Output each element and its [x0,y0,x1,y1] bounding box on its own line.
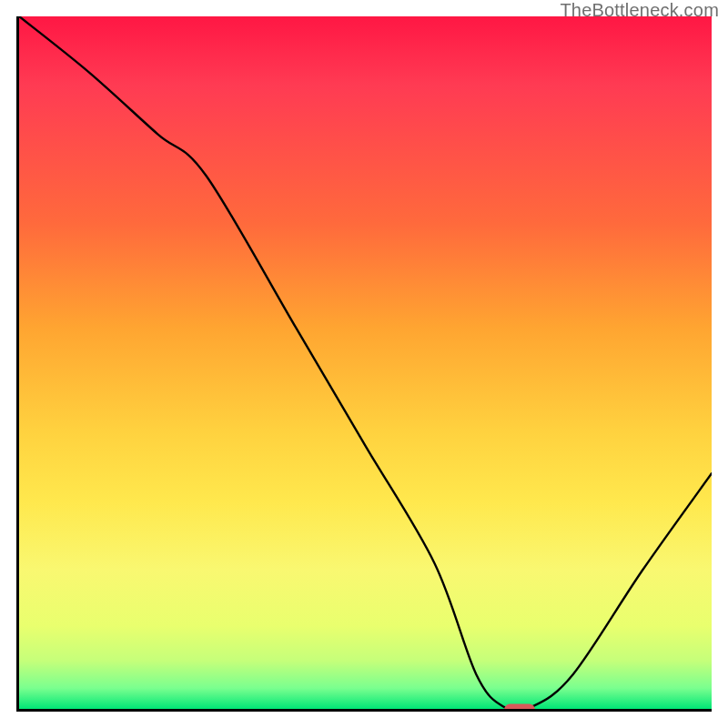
bottleneck-chart: TheBottleneck.com [0,0,728,728]
optimal-point-marker [504,703,535,712]
bottleneck-curve [19,16,712,711]
curve-svg [19,16,712,709]
plot-area [16,16,712,712]
